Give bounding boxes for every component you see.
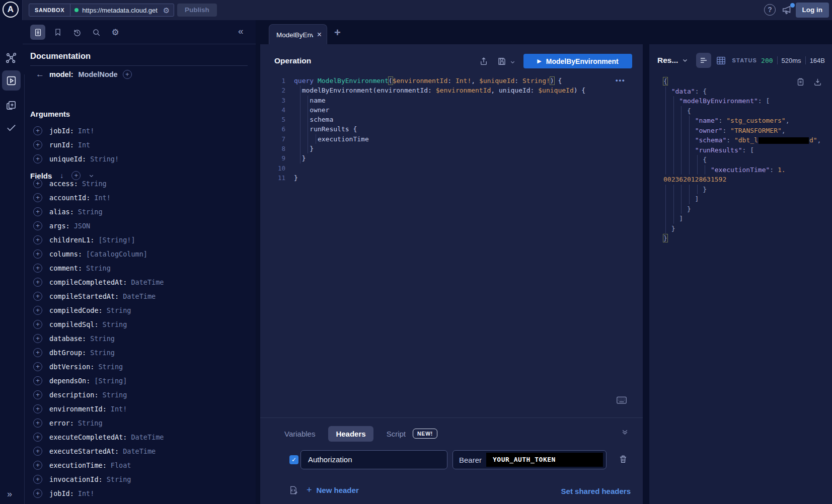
add-field-icon[interactable]: + (33, 306, 42, 315)
field-row[interactable]: +invocationId:String (33, 472, 250, 486)
field-type[interactable]: String (90, 334, 115, 343)
add-field-icon[interactable]: + (33, 433, 42, 442)
add-field-icon[interactable]: + (33, 207, 42, 216)
view-table-icon[interactable] (716, 56, 726, 65)
collapse-bottom-panel-icon[interactable] (621, 428, 629, 436)
add-field-icon[interactable]: + (33, 221, 42, 230)
save-icon[interactable] (497, 57, 506, 66)
field-row[interactable]: +accountId:Int! (33, 191, 250, 205)
endpoint-settings-icon[interactable]: ⚙ (163, 7, 170, 14)
header-name-input[interactable]: Authorization (300, 450, 447, 469)
field-row[interactable]: +dependsOn:[String] (33, 374, 250, 388)
tab-headers[interactable]: Headers (328, 426, 373, 442)
schema-graph-icon[interactable] (6, 52, 17, 64)
field-type[interactable]: String (78, 208, 103, 216)
endpoint-url-text[interactable]: https://metadata.cloud.get (82, 7, 160, 14)
add-field-icon[interactable]: + (33, 489, 42, 498)
announcements-icon[interactable] (782, 5, 794, 16)
help-icon[interactable]: ? (764, 4, 776, 16)
field-row[interactable]: +executeStartedAt:DateTime (33, 444, 250, 458)
share-icon[interactable] (479, 57, 488, 66)
add-field-icon[interactable]: + (33, 126, 42, 135)
view-json-icon[interactable] (696, 53, 711, 68)
add-field-icon[interactable]: + (33, 404, 42, 413)
save-options-chevron-icon[interactable] (510, 59, 515, 65)
add-field-icon[interactable]: + (33, 390, 42, 399)
add-field-icon[interactable]: + (33, 154, 42, 163)
add-field-icon[interactable]: + (33, 362, 42, 371)
field-type[interactable]: [String] (94, 377, 127, 385)
add-field-icon[interactable]: + (33, 249, 42, 259)
response-title-chevron-icon[interactable] (682, 57, 688, 63)
history-icon[interactable] (69, 25, 85, 40)
field-row[interactable]: +compileStartedAt:DateTime (33, 289, 250, 303)
field-type[interactable]: String (107, 475, 131, 483)
close-tab-icon[interactable]: × (317, 30, 322, 39)
operation-tab[interactable]: ModelByEnvi... × (269, 24, 327, 45)
field-type[interactable]: DateTime (123, 447, 156, 455)
run-operation-button[interactable]: ▶ ModelByEnvironment (523, 54, 632, 68)
header-value-input[interactable]: Bearer YOUR_AUTH_TOKEN (452, 450, 607, 469)
add-field-icon[interactable]: + (33, 292, 42, 301)
field-row[interactable]: +executionTime:Float (33, 458, 250, 472)
add-field-icon[interactable]: + (33, 348, 42, 357)
collapse-panel-icon[interactable]: « (238, 26, 244, 37)
field-row[interactable]: +executeCompletedAt:DateTime (33, 430, 250, 444)
field-type[interactable]: JSON (74, 222, 91, 230)
keyboard-shortcuts-icon[interactable] (617, 396, 627, 404)
response-panel-title[interactable]: Res... (657, 56, 678, 65)
add-field-icon[interactable]: + (33, 140, 42, 149)
field-type[interactable]: String (107, 306, 131, 314)
field-row[interactable]: +dbtVersion:String (33, 360, 250, 374)
field-type[interactable]: DateTime (131, 278, 164, 286)
field-row[interactable]: +error:String (33, 416, 250, 430)
field-type[interactable]: String (103, 391, 127, 399)
field-row[interactable]: +columns:[CatalogColumn] (33, 247, 250, 261)
add-field-icon[interactable]: + (33, 179, 42, 188)
field-type[interactable]: DateTime (131, 433, 164, 441)
field-type[interactable]: [String!] (98, 236, 135, 244)
search-icon[interactable] (89, 25, 104, 40)
apollo-logo[interactable]: A (3, 2, 19, 18)
field-type[interactable]: Int (78, 141, 90, 149)
set-shared-headers-link[interactable]: Set shared headers (561, 487, 631, 495)
add-field-icon[interactable]: + (33, 264, 42, 273)
add-field-icon[interactable]: + (33, 320, 42, 329)
copy-response-icon[interactable] (796, 77, 805, 87)
argument-row[interactable]: +uniqueId:String! (33, 152, 250, 166)
field-type[interactable]: Float (111, 461, 131, 469)
operation-code-editor[interactable]: query ModelByEnvironment($environmentId:… (294, 76, 628, 183)
field-row[interactable]: +dbtGroup:String (33, 346, 250, 360)
field-type[interactable]: Int! (111, 405, 127, 413)
add-field-icon[interactable]: + (33, 475, 42, 484)
field-type[interactable]: String (98, 363, 123, 371)
field-row[interactable]: +description:String (33, 388, 250, 402)
field-row[interactable]: +childrenL1:[String!] (33, 233, 250, 247)
add-field-icon[interactable]: + (33, 418, 42, 428)
field-row[interactable]: +compileCompletedAt:DateTime (33, 275, 250, 289)
auth-token-value[interactable]: YOUR_AUTH_TOKEN (486, 453, 603, 467)
add-field-icon[interactable]: + (33, 447, 42, 456)
endpoint-url-field[interactable]: https://metadata.cloud.get ⚙ (70, 4, 174, 16)
field-type[interactable]: String (82, 180, 107, 188)
header-enabled-checkbox[interactable]: ✓ (289, 455, 298, 464)
field-type[interactable]: String! (90, 155, 119, 163)
explorer-play-icon[interactable] (6, 75, 17, 86)
field-type[interactable]: Int! (78, 489, 95, 497)
checks-icon[interactable] (6, 122, 17, 133)
field-row[interactable]: +alias:String (33, 205, 250, 219)
field-type[interactable]: Int! (78, 127, 95, 135)
add-field-icon[interactable]: + (33, 376, 42, 385)
field-row[interactable]: +compiledSql:String (33, 317, 250, 331)
field-row[interactable]: +comment:String (33, 261, 250, 275)
documentation-tab-icon[interactable] (30, 25, 45, 40)
settings-gear-icon[interactable]: ⚙ (108, 25, 123, 40)
field-type[interactable]: String (103, 320, 127, 328)
back-arrow-icon[interactable]: ← (36, 69, 44, 79)
add-field-icon[interactable]: + (33, 193, 42, 202)
field-type[interactable]: String (78, 419, 103, 427)
field-row[interactable]: +access:String (33, 177, 250, 191)
field-type[interactable]: [CatalogColumn] (86, 250, 147, 258)
editor-more-menu-icon[interactable]: ••• (616, 76, 626, 84)
field-type[interactable]: String (86, 264, 111, 272)
